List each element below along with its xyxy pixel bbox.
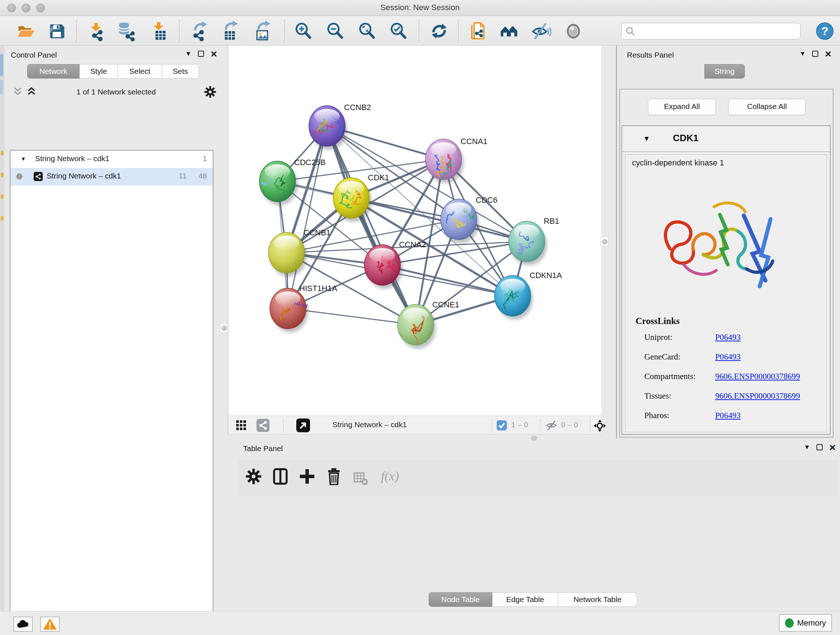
node-CDK1[interactable]: CDK1 xyxy=(333,173,389,222)
crosslink-link[interactable]: 9606.ENSP00000378699 xyxy=(715,372,800,381)
edge-CCNB2-HIST1H1A[interactable] xyxy=(288,126,327,309)
tab-sets[interactable]: Sets xyxy=(162,64,199,79)
hidden-items-icon[interactable] xyxy=(545,420,557,431)
screen-edge-strip xyxy=(0,46,4,611)
import-network-file-button[interactable] xyxy=(86,21,107,42)
fit-content-button[interactable] xyxy=(593,419,607,432)
crosslink-link[interactable]: P06493 xyxy=(715,411,741,420)
show-columns-button[interactable] xyxy=(272,468,291,486)
left-splitter-handle[interactable] xyxy=(220,323,228,333)
import-network-database-button[interactable] xyxy=(116,21,137,42)
function-builder-button-disabled[interactable]: f(x) xyxy=(381,469,414,487)
tab-string[interactable]: String xyxy=(704,64,745,79)
tab-edge-table[interactable]: Edge Table xyxy=(493,592,558,607)
save-floppy-icon xyxy=(46,21,67,42)
delete-table-button-disabled[interactable] xyxy=(354,471,372,490)
toggle-glass-effect-button[interactable] xyxy=(563,21,584,42)
cloud-icon xyxy=(16,619,30,629)
table-panel-menu-icon[interactable]: ▼ xyxy=(804,443,810,451)
zoom-out-icon xyxy=(325,21,346,42)
export-network-icon xyxy=(189,21,210,42)
node-label-RB1: RB1 xyxy=(544,217,559,226)
node-HIST1H1A[interactable]: HIST1H1A xyxy=(270,284,337,333)
crosslink-link[interactable]: P06493 xyxy=(715,352,741,362)
network-share-view-button[interactable] xyxy=(256,419,270,432)
expand-all-button[interactable]: Expand All xyxy=(648,99,716,115)
selected-count: 1 – 0 xyxy=(511,420,528,429)
node-CCNA1[interactable]: CCNA1 xyxy=(425,137,488,183)
network-canvas[interactable]: CCNB2CCNA1CDC25BCDK1CDC6RB1CCNB1CCNA2CDK… xyxy=(228,46,601,416)
tab-style[interactable]: Style xyxy=(80,64,118,79)
zoom-fit-button[interactable] xyxy=(356,21,377,42)
import-network-icon xyxy=(86,21,107,42)
protein-panel-header[interactable]: ▼ CDK1 xyxy=(622,126,830,152)
warnings-button[interactable] xyxy=(40,616,60,632)
cloud-status-button[interactable] xyxy=(13,616,33,632)
network-edge-count: 48 xyxy=(199,172,207,180)
table-panel-close-icon[interactable]: × xyxy=(829,444,836,450)
results-panel-menu-icon[interactable]: ▼ xyxy=(799,50,806,57)
node-CCNB1[interactable]: CCNB1 xyxy=(268,228,331,277)
tree-expand-icon[interactable]: ▼ xyxy=(21,156,26,162)
string-import-button[interactable] xyxy=(468,21,489,42)
create-column-button[interactable] xyxy=(298,468,317,486)
crosslink-label: Pharos: xyxy=(644,411,669,420)
main-toolbar: ? xyxy=(0,16,840,46)
node-RB1[interactable]: RB1 xyxy=(508,217,559,265)
network-row-selected[interactable]: String Network – cdk1 11 48 xyxy=(11,168,213,185)
save-session-button[interactable] xyxy=(46,21,67,42)
export-table-button[interactable] xyxy=(221,21,242,42)
tab-network[interactable]: Network xyxy=(27,64,80,79)
table-panel-float-icon[interactable] xyxy=(816,444,823,450)
selected-nodes-checkbox-icon[interactable] xyxy=(497,420,507,431)
tab-node-table[interactable]: Node Table xyxy=(429,592,493,607)
node-label-CCNB1: CCNB1 xyxy=(303,228,331,237)
node-CDKN1A[interactable]: CDKN1A xyxy=(494,271,562,320)
control-panel-menu-icon[interactable]: ▼ xyxy=(185,50,192,57)
results-panel-close-icon[interactable]: × xyxy=(825,51,831,57)
node-CCNB2[interactable]: CCNB2 xyxy=(309,103,371,150)
network-collection-row[interactable]: ▼ String Network – cdk1 1 xyxy=(11,150,213,168)
toolbar-divider xyxy=(284,20,285,42)
zoom-in-button[interactable] xyxy=(293,21,314,42)
hidden-count: 0 – 0 xyxy=(561,420,578,429)
toolbar-divider xyxy=(179,20,180,42)
export-network-button[interactable] xyxy=(189,21,210,42)
control-panel-float-icon[interactable] xyxy=(198,51,204,57)
node-CCNE1[interactable]: CCNE1 xyxy=(398,300,459,348)
memory-button[interactable]: Memory xyxy=(779,614,832,632)
tab-select[interactable]: Select xyxy=(118,64,162,79)
help-button[interactable]: ? xyxy=(815,21,836,42)
control-panel-close-icon[interactable]: × xyxy=(210,51,217,57)
crosslink-link[interactable]: 9606.ENSP00000378699 xyxy=(715,391,800,401)
collapse-all-button[interactable]: Collapse All xyxy=(728,99,806,115)
export-image-button[interactable] xyxy=(253,21,273,42)
collapse-section-icon[interactable]: ▼ xyxy=(643,135,650,143)
crosslink-link[interactable]: P06493 xyxy=(715,333,741,342)
open-session-button[interactable] xyxy=(15,21,36,42)
toolbar-divider xyxy=(418,20,419,42)
zoom-out-button[interactable] xyxy=(325,21,346,42)
edge-CCNB2-CCNE1[interactable] xyxy=(327,126,416,325)
results-panel-float-icon[interactable] xyxy=(812,51,818,57)
help-icon: ? xyxy=(815,21,835,41)
toggle-structure-images-button[interactable] xyxy=(531,21,551,42)
delete-column-button[interactable] xyxy=(325,468,344,486)
status-bar: Memory xyxy=(0,611,840,635)
birdseye-view-button[interactable] xyxy=(296,418,310,432)
refresh-view-button[interactable] xyxy=(429,21,450,42)
network-label: String Network – cdk1 xyxy=(47,172,121,180)
table-settings-button[interactable] xyxy=(245,468,264,486)
refresh-icon xyxy=(429,21,450,42)
tab-network-table[interactable]: Network Table xyxy=(558,592,637,607)
right-splitter-handle[interactable] xyxy=(600,237,608,246)
zoom-selected-button[interactable] xyxy=(388,21,409,42)
crosslinks-title: CrossLinks xyxy=(636,316,680,326)
toolbar-divider xyxy=(76,20,77,42)
search-input[interactable] xyxy=(621,23,801,40)
network-selection-status: 1 of 1 Network selected xyxy=(4,88,228,96)
import-table-file-button[interactable] xyxy=(148,21,169,42)
string-home-button[interactable] xyxy=(499,21,519,42)
network-panel-gear-button[interactable] xyxy=(204,86,217,98)
grid-view-button[interactable] xyxy=(235,420,248,431)
